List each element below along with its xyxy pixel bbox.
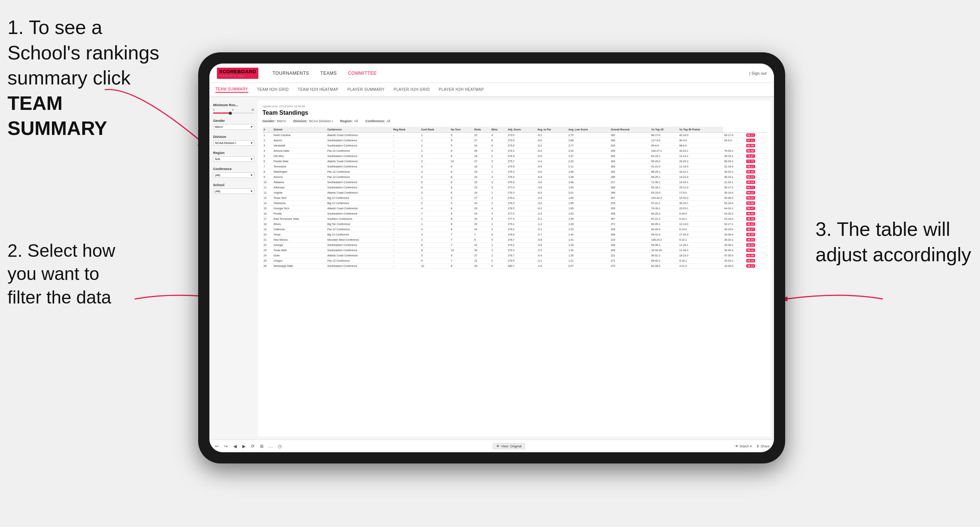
table-cell: 4: [490, 148, 507, 154]
table-row: 1North CarolinaAtlantic Coast Conference…: [262, 133, 767, 138]
table-cell: 39-20-1: [723, 169, 745, 175]
sub-nav-player-h2h-heatmap[interactable]: PLAYER H2H HEATMAP: [439, 87, 484, 92]
table-cell: 65.49: [745, 169, 767, 175]
watch-btn[interactable]: 👁 Watch ▾: [735, 444, 752, 448]
forward-icon[interactable]: ▶: [241, 443, 247, 449]
table-cell: Texas Tech: [272, 195, 326, 201]
table-row: 4Arizona StatePac-12 Conference-16264274…: [262, 148, 767, 154]
copy-icon[interactable]: ⊞: [259, 443, 265, 449]
nav-teams[interactable]: TEAMS: [320, 71, 337, 76]
slider-track[interactable]: [213, 113, 254, 114]
table-cell: 11-19-0: [678, 164, 723, 169]
share-btn[interactable]: ⬆ Share: [756, 444, 770, 448]
th-avg-par: Avg. to Par: [536, 127, 567, 133]
filter-label-division: Division: [213, 135, 254, 139]
refresh-icon[interactable]: ⟳: [250, 443, 256, 449]
table-cell: 48.42: [745, 248, 767, 253]
table-cell: -2.0: [536, 248, 567, 253]
table-cell: 1.63: [567, 211, 609, 216]
table-cell: 3: [420, 232, 450, 237]
view-original-label: View: Original: [501, 444, 522, 448]
region-value: N/A: [215, 157, 220, 161]
th-rank: #: [262, 127, 272, 133]
table-cell: 1.90: [567, 185, 609, 190]
table-cell: 53.68: [745, 201, 767, 206]
filter-division-select[interactable]: NCAA Division I ▾: [213, 140, 254, 146]
table-cell: 273.5: [507, 133, 536, 138]
table-cell: -: [392, 258, 420, 264]
table-cell: Southeastern Conference: [326, 180, 392, 185]
sub-nav-team-h2h-grid[interactable]: TEAM H2H GRID: [257, 87, 289, 92]
table-cell: 29: [473, 206, 490, 211]
table-cell: 23: [473, 133, 490, 138]
filter-region-select[interactable]: N/A ▾: [213, 156, 254, 162]
slider-thumb[interactable]: [229, 112, 232, 115]
table-cell: 262: [609, 133, 650, 138]
table-cell: 30-23-1: [723, 175, 745, 180]
table-cell: 29-25-0: [723, 227, 745, 232]
table-cell: 1.39: [567, 253, 609, 258]
table-cell: 18-23-0: [678, 253, 723, 258]
table-cell: Big Ten Conference: [326, 222, 392, 227]
table-cell: 23: [473, 185, 490, 190]
table-row: 17East Tennessee StateSouthern Conferenc…: [262, 216, 767, 222]
clock-icon[interactable]: ◷: [277, 443, 283, 449]
table-cell: 77.73: [745, 159, 767, 164]
table-cell: [723, 143, 745, 148]
table-cell: 9: [420, 248, 450, 253]
filter-conference-select[interactable]: (All) ▾: [213, 172, 254, 178]
table-cell: 5: [490, 237, 507, 243]
division-value: NCAA Division I: [215, 141, 236, 144]
table-cell: 79-25-1: [723, 148, 745, 154]
sub-nav-team-summary[interactable]: TEAM SUMMARY: [215, 87, 248, 93]
table-cell: Auburn: [272, 138, 326, 143]
table-cell: 26: [473, 148, 490, 154]
table-cell: 279.5: [507, 258, 536, 264]
table-cell: 2: [420, 169, 450, 175]
table-cell: 46.84: [745, 237, 767, 243]
table-cell: 9-12-1: [678, 237, 723, 243]
table-cell: 4-21-0: [678, 264, 723, 269]
table-cell: 276.0: [507, 195, 536, 201]
table-cell: 4: [420, 164, 450, 169]
table-cell: -6.0: [536, 190, 567, 195]
sub-nav-team-h2h-heatmap[interactable]: TEAM H2H HEATMAP: [298, 87, 338, 92]
sub-nav: TEAM SUMMARY TEAM H2H GRID TEAM H2H HEAT…: [209, 83, 774, 97]
table-cell: -: [392, 154, 420, 159]
table-cell: -: [392, 180, 420, 185]
table-cell: 17: [262, 216, 272, 222]
table-cell: 3: [490, 185, 507, 190]
undo-icon[interactable]: ↩: [214, 443, 220, 449]
table-cell: 2: [490, 248, 507, 253]
view-original-btn[interactable]: 👁 View: Original: [493, 443, 525, 449]
table-cell: -: [392, 253, 420, 258]
th-conf-rank: Conf Rank: [420, 127, 450, 133]
th-vs-top25: Vs Top 25: [650, 127, 678, 133]
table-cell: Atlantic Coast Conference: [326, 206, 392, 211]
table-cell: 271: [609, 222, 650, 227]
table-cell: -3.5: [536, 195, 567, 201]
nav-tournaments[interactable]: TOURNAMENTS: [272, 71, 309, 76]
share-label: Share: [760, 444, 770, 448]
table-cell: 48.54: [745, 243, 767, 248]
table-cell: Alabama: [272, 180, 326, 185]
table-cell: 46.16: [745, 216, 767, 222]
table-cell: 13-24-1: [678, 180, 723, 185]
sign-out[interactable]: | Sign out: [749, 71, 767, 76]
filter-gender-select[interactable]: Men's ▾: [213, 124, 254, 130]
table-cell: -6.0: [536, 169, 567, 175]
standings-table: # School Conference Reg Rank Conf Rank N…: [262, 127, 767, 269]
filter-school-select[interactable]: (All) ▾: [213, 188, 254, 194]
tablet: SCOREBOARD Powered by clippi TOURNAMENTS…: [198, 52, 785, 464]
back-icon[interactable]: ◀: [232, 443, 238, 449]
table-cell: 20: [262, 232, 272, 237]
redo-icon[interactable]: ↪: [223, 443, 229, 449]
instruction-2-line3: filter the data: [8, 287, 111, 307]
table-cell: -2.9: [536, 211, 567, 216]
table-cell: 1: [490, 222, 507, 227]
sub-nav-player-summary[interactable]: PLAYER SUMMARY: [347, 87, 384, 92]
sub-nav-player-h2h-grid[interactable]: PLAYER H2H GRID: [394, 87, 430, 92]
table-cell: 60-39-2: [650, 264, 678, 269]
more-icon[interactable]: …: [268, 443, 274, 449]
nav-committee[interactable]: COMMITTEE: [348, 71, 377, 76]
